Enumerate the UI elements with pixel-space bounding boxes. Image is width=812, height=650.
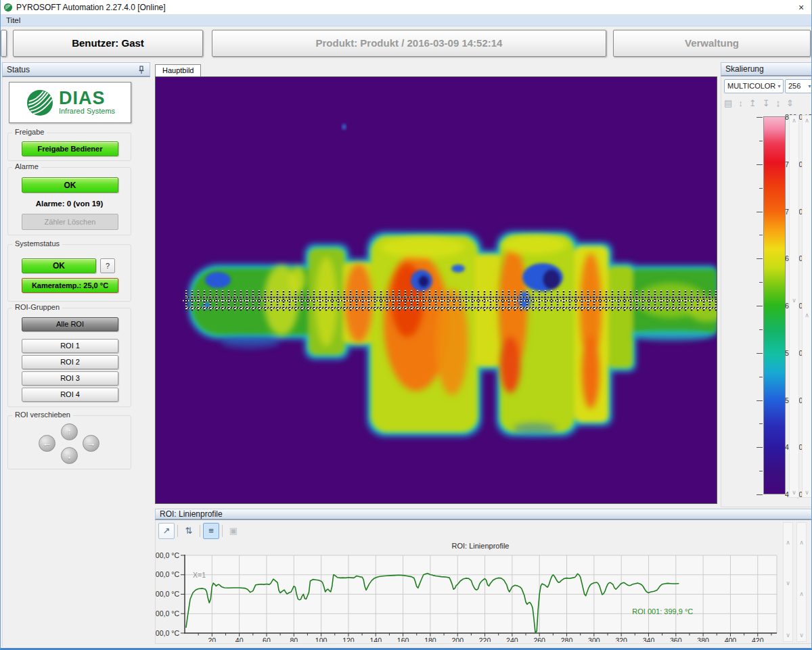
svg-text:80: 80 — [290, 636, 298, 642]
dias-logo-subtitle: Infrared Systems — [59, 107, 115, 115]
tab-hauptbild[interactable]: Hauptbild — [155, 64, 201, 76]
svg-text:140: 140 — [369, 636, 382, 642]
autoscale-button[interactable]: ⇅ — [181, 523, 197, 539]
systemstatus-ok-button[interactable]: OK — [22, 258, 96, 273]
kameratemp-button[interactable]: Kameratemp.: 25,0 °C — [22, 278, 118, 293]
scale-max-slider[interactable] — [789, 115, 799, 498]
roi-panel-body: ↗ ⇅ ≡ ▣ 800,0 °C700,0 °C600,0 °C500,0 °C… — [155, 520, 812, 644]
pin-icon[interactable] — [137, 65, 145, 74]
svg-text:160: 160 — [397, 636, 409, 642]
main-tab-row: Hauptbild — [155, 64, 718, 76]
svg-text:280: 280 — [561, 636, 573, 642]
svg-text:500,0 °C: 500,0 °C — [156, 609, 179, 618]
roi-panel-header: ROI: Linienprofile — [155, 509, 812, 520]
dias-logo-icon — [25, 88, 55, 118]
roi-move-up-button[interactable]: ↑ — [61, 423, 78, 440]
alarme-label: Alarme — [12, 162, 41, 170]
roi-group-button-2[interactable]: ROI 2 — [22, 355, 118, 369]
alarme-group: Alarme OK Alarme: 0 (von 19) Zähler Lösc… — [7, 167, 131, 235]
max-slider-down-icon[interactable]: ∨ — [789, 489, 799, 496]
roi-gruppen-label: ROI-Gruppen — [12, 303, 62, 311]
scale-min-slider[interactable] — [802, 115, 812, 498]
toolbar-separator — [222, 525, 223, 537]
copy-button[interactable]: ▣ — [225, 523, 242, 539]
roi-group-button-3[interactable]: ROI 3 — [22, 371, 118, 386]
dias-logo: DIAS Infrared Systems — [9, 82, 131, 123]
svg-text:320: 320 — [615, 636, 627, 642]
chart-slider-up-icon[interactable]: ∧ — [783, 539, 793, 546]
skalierung-panel-body: MULTICOLOR ▼ 256 ▼ ▤↕↥↧↨⇕ 800,0 °C750,0 … — [721, 76, 812, 507]
thermal-image-frame — [155, 76, 717, 504]
chart-slider-down-icon[interactable]: ∨ — [783, 632, 793, 639]
zaehler-loeschen-button[interactable]: Zähler Löschen — [22, 214, 118, 230]
benutzer-button[interactable]: Benutzer: Gast — [13, 30, 203, 57]
titlebar: PYROSOFT Automation 2.27.4.0 [Online] × — [1, 0, 812, 15]
svg-text:800,0 °C: 800,0 °C — [156, 551, 179, 559]
systemstatus-label: Systemstatus — [12, 239, 62, 248]
svg-text:260: 260 — [533, 636, 545, 642]
display-options-button[interactable]: ≡ — [203, 523, 219, 539]
thermal-noise-dot — [342, 124, 346, 129]
min-slider-down-icon[interactable]: ∨ — [802, 489, 812, 496]
top-button-bar: Benutzer: Gast Produkt: Produkt / 2016-0… — [1, 26, 812, 60]
systemstatus-help-button[interactable]: ? — [100, 258, 115, 273]
toolbar-separator — [200, 525, 200, 537]
chart-slider-handle-icon[interactable]: ∨ — [783, 580, 793, 586]
svg-text:240: 240 — [506, 636, 518, 642]
svg-text:340: 340 — [643, 636, 655, 642]
roi-line-band[interactable] — [183, 290, 717, 311]
roi-group-button-4[interactable]: ROI 4 — [22, 388, 118, 402]
produkt-button[interactable]: Produkt: Produkt / 2016-03-09 14:52:14 — [212, 30, 606, 57]
menu-titel[interactable]: Titel — [1, 16, 26, 24]
min-slider-up-icon[interactable]: ∧ — [802, 117, 812, 124]
window-title: PYROSOFT Automation 2.27.4.0 [Online] — [16, 3, 166, 12]
svg-text:120: 120 — [342, 636, 355, 642]
chart-slider-down-icon[interactable]: ∨ — [796, 632, 807, 639]
chart-slider-handle-icon[interactable]: ∧ — [796, 590, 807, 597]
max-slider-handle-icon[interactable]: ∨ — [789, 297, 799, 304]
chart-legend: ROI 001: 399,9 °C — [632, 607, 693, 616]
alarme-ok-button[interactable]: OK — [22, 177, 118, 193]
svg-text:200: 200 — [451, 636, 464, 642]
roi-group-button-1[interactable]: ROI 1 — [22, 339, 118, 353]
skalierung-panel-header: Skalierung — [721, 62, 812, 76]
close-icon[interactable]: × — [794, 1, 809, 14]
systemstatus-group: Systemstatus OK ? Kameratemp.: 25,0 °C — [7, 244, 131, 302]
thermal-image[interactable] — [156, 77, 717, 503]
chart-annotation: X=1 — [193, 571, 206, 579]
roi-verschieben-label: ROI verschieben — [12, 411, 73, 419]
svg-text:220: 220 — [479, 636, 491, 642]
skalierung-panel-title: Skalierung — [725, 64, 764, 74]
roi-move-left-button[interactable]: ← — [39, 435, 55, 452]
chart-slider-up-icon[interactable]: ∧ — [796, 539, 807, 546]
svg-text:400,0 °C: 400,0 °C — [156, 629, 179, 637]
alarme-count: Alarme: 0 (von 19) — [8, 200, 131, 208]
chart-title: ROI: Linienprofile — [452, 542, 510, 550]
svg-text:700,0 °C: 700,0 °C — [156, 570, 179, 578]
menubar: Titel — [1, 15, 812, 26]
svg-text:420: 420 — [752, 636, 764, 642]
freigabe-label: Freigabe — [12, 128, 47, 136]
freigabe-group: Freigabe Freigabe Bediener — [7, 133, 131, 161]
freigabe-bediener-button[interactable]: Freigabe Bediener — [22, 141, 118, 156]
app-icon — [3, 3, 13, 12]
svg-text:20: 20 — [208, 636, 216, 642]
max-slider-up-icon[interactable]: ∧ — [789, 117, 799, 124]
verwaltung-button[interactable]: Verwaltung — [613, 30, 811, 57]
roi-move-right-button[interactable]: → — [83, 435, 99, 452]
roi-toolbar: ↗ ⇅ ≡ ▣ — [158, 522, 242, 540]
detach-window-button[interactable]: ↗ — [158, 523, 175, 539]
status-panel-title: Status — [7, 65, 137, 74]
roi-group-button-alle[interactable]: Alle ROI — [22, 317, 118, 331]
svg-text:600,0 °C: 600,0 °C — [156, 590, 179, 598]
dias-logo-text: DIAS — [59, 90, 115, 106]
roi-move-down-button[interactable]: ↓ — [61, 447, 78, 464]
svg-text:380: 380 — [697, 636, 709, 642]
roi-verschieben-group: ROI verschieben ↑ ← → ↓ — [7, 415, 131, 469]
status-panel-header: Status — [2, 62, 150, 77]
line-profile-chart[interactable]: 800,0 °C700,0 °C600,0 °C500,0 °C400,0 °C… — [156, 540, 792, 642]
collapsed-side-button[interactable] — [1, 30, 7, 57]
svg-text:180: 180 — [424, 636, 436, 642]
svg-text:60: 60 — [263, 636, 271, 642]
min-slider-handle-icon[interactable]: ∧ — [802, 312, 812, 319]
